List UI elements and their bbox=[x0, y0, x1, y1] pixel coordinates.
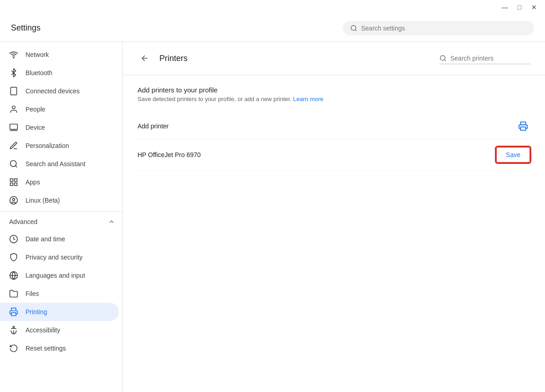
folder-icon bbox=[9, 289, 18, 298]
sidebar-item-apps[interactable]: Apps bbox=[0, 173, 119, 191]
search-printers-bar[interactable] bbox=[439, 53, 530, 64]
add-printers-desc: Save detected printers to your profile, … bbox=[138, 96, 530, 102]
sidebar-item-files[interactable]: Files bbox=[0, 285, 119, 303]
sidebar-item-accessibility[interactable]: Accessibility bbox=[0, 321, 119, 339]
grid-icon bbox=[9, 178, 18, 187]
sidebar-item-linux[interactable]: Linux (Beta) bbox=[0, 191, 119, 209]
wifi-icon bbox=[9, 50, 18, 59]
titlebar: — □ ✕ bbox=[0, 0, 545, 15]
sidebar-label-device: Device bbox=[25, 124, 45, 131]
printer-list: Add printer HP OfficeJet Pro 6970 Save bbox=[123, 110, 545, 174]
printer-name-hp: HP OfficeJet Pro 6970 bbox=[138, 151, 201, 158]
search-printers-input[interactable] bbox=[450, 55, 530, 62]
global-search-input[interactable] bbox=[361, 25, 527, 32]
terminal-icon bbox=[9, 196, 18, 205]
svg-point-2 bbox=[13, 57, 14, 58]
main-layout: Network Bluetooth Connected devices bbox=[0, 42, 545, 392]
svg-rect-10 bbox=[10, 179, 13, 182]
sidebar-label-bluetooth: Bluetooth bbox=[25, 69, 52, 76]
sidebar: Network Bluetooth Connected devices bbox=[0, 42, 123, 392]
globe-icon bbox=[9, 271, 18, 280]
printers-title-row: Printers bbox=[138, 51, 188, 66]
sidebar-label-apps: Apps bbox=[25, 178, 40, 186]
sidebar-label-people: People bbox=[25, 106, 46, 113]
search-assistant-icon bbox=[9, 159, 18, 168]
reset-icon bbox=[9, 344, 18, 353]
svg-rect-13 bbox=[15, 183, 17, 186]
person-icon bbox=[9, 105, 18, 114]
sidebar-item-languages[interactable]: Languages and input bbox=[0, 266, 119, 285]
svg-rect-25 bbox=[521, 127, 526, 130]
maximize-button[interactable]: □ bbox=[512, 0, 527, 15]
svg-line-24 bbox=[444, 60, 446, 61]
pencil-icon bbox=[9, 141, 18, 150]
sidebar-item-connected-devices[interactable]: Connected devices bbox=[0, 82, 119, 100]
sidebar-label-linux: Linux (Beta) bbox=[25, 197, 60, 204]
app-title: Settings bbox=[11, 23, 41, 33]
search-icon bbox=[350, 25, 357, 32]
svg-rect-19 bbox=[11, 313, 16, 316]
svg-rect-6 bbox=[10, 124, 18, 130]
add-printer-button[interactable] bbox=[516, 119, 530, 133]
sidebar-item-privacy-security[interactable]: Privacy and security bbox=[0, 248, 119, 266]
learn-more-link[interactable]: Learn more bbox=[293, 96, 323, 102]
sidebar-label-connected-devices: Connected devices bbox=[25, 87, 80, 95]
svg-point-23 bbox=[440, 56, 445, 61]
sidebar-item-bluetooth[interactable]: Bluetooth bbox=[0, 64, 119, 82]
sidebar-item-date-time[interactable]: Date and time bbox=[0, 230, 119, 248]
sidebar-label-accessibility: Accessibility bbox=[25, 326, 60, 334]
sidebar-label-languages: Languages and input bbox=[25, 272, 85, 279]
svg-line-1 bbox=[355, 30, 357, 31]
clock-icon bbox=[9, 234, 18, 244]
content-area: Printers Add printers to your profile Sa… bbox=[123, 42, 545, 392]
printers-header: Printers bbox=[123, 42, 545, 75]
sidebar-label-date-time: Date and time bbox=[25, 235, 65, 243]
sidebar-divider bbox=[0, 211, 122, 212]
svg-point-15 bbox=[13, 199, 15, 201]
close-button[interactable]: ✕ bbox=[527, 0, 541, 15]
printer-icon bbox=[9, 307, 18, 316]
accessibility-icon bbox=[9, 326, 18, 335]
save-button[interactable]: Save bbox=[496, 147, 530, 163]
sidebar-label-search-assistant: Search and Assistant bbox=[25, 160, 86, 168]
sidebar-label-privacy-security: Privacy and security bbox=[25, 254, 82, 261]
minimize-button[interactable]: — bbox=[498, 0, 512, 15]
shield-icon bbox=[9, 253, 18, 262]
svg-point-5 bbox=[12, 106, 15, 109]
bluetooth-icon bbox=[9, 68, 18, 77]
sidebar-item-reset[interactable]: Reset settings bbox=[0, 339, 119, 357]
sidebar-item-people[interactable]: People bbox=[0, 100, 119, 118]
sidebar-item-network[interactable]: Network bbox=[0, 46, 119, 64]
svg-point-8 bbox=[10, 161, 16, 167]
sidebar-label-printing: Printing bbox=[25, 308, 47, 316]
chevron-up-icon bbox=[108, 218, 115, 225]
sidebar-item-search-assistant[interactable]: Search and Assistant bbox=[0, 155, 119, 173]
add-printer-row: Add printer bbox=[138, 113, 530, 139]
add-printer-label: Add printer bbox=[138, 122, 168, 130]
add-printers-section: Add printers to your profile Save detect… bbox=[123, 75, 545, 110]
advanced-section-header[interactable]: Advanced bbox=[0, 214, 122, 230]
sidebar-label-reset: Reset settings bbox=[25, 345, 66, 352]
advanced-section-label: Advanced bbox=[9, 218, 37, 225]
svg-point-0 bbox=[351, 25, 356, 31]
back-button[interactable] bbox=[138, 51, 152, 66]
app-header: Settings bbox=[0, 15, 545, 42]
global-search-bar[interactable] bbox=[343, 21, 534, 36]
printers-title: Printers bbox=[159, 54, 188, 63]
laptop-icon bbox=[9, 123, 18, 132]
sidebar-item-printing[interactable]: Printing bbox=[0, 303, 119, 321]
printer-row-hp: HP OfficeJet Pro 6970 Save bbox=[138, 139, 530, 171]
search-printers-icon bbox=[439, 55, 447, 62]
sidebar-item-device[interactable]: Device bbox=[0, 118, 119, 137]
sidebar-label-files: Files bbox=[25, 290, 39, 297]
svg-line-9 bbox=[15, 166, 17, 168]
sidebar-item-personalization[interactable]: Personalization bbox=[0, 137, 119, 155]
svg-rect-11 bbox=[15, 179, 17, 182]
svg-rect-12 bbox=[10, 183, 13, 186]
sidebar-label-network: Network bbox=[25, 51, 49, 58]
sidebar-label-personalization: Personalization bbox=[25, 142, 69, 149]
tablet-icon bbox=[9, 87, 18, 96]
svg-point-20 bbox=[13, 326, 14, 328]
add-printers-title: Add printers to your profile bbox=[138, 86, 530, 94]
